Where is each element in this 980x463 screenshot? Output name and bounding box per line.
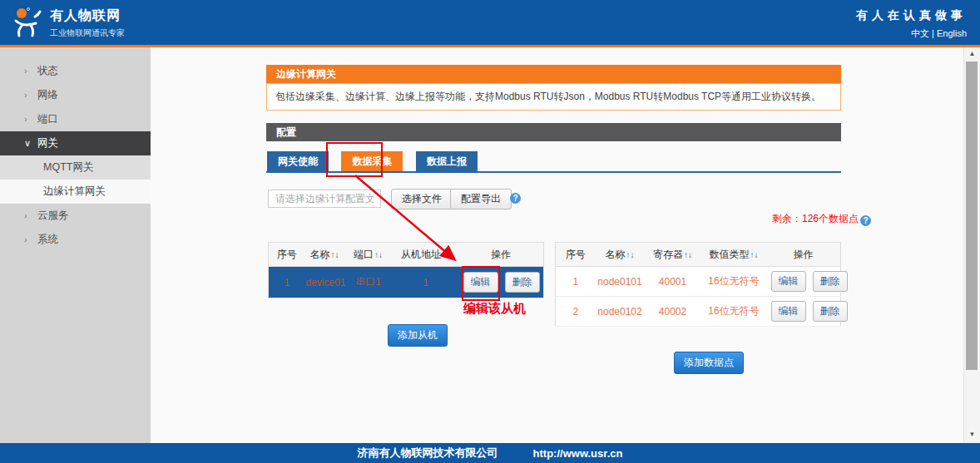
device-table-row[interactable]: 1 device01 串口1 1 编辑删除: [269, 267, 544, 298]
top-header: 有人物联网 工业物联网通讯专家 有人在认真做事 中文 | English: [0, 0, 980, 47]
chevron-right-icon: ›: [24, 107, 37, 131]
device-table-header-row: 序号 名称↑↓ 端口↑↓ 从机地址↑↓ 操作: [269, 243, 544, 267]
cell-actions: 编辑删除: [767, 297, 841, 327]
chevron-right-icon: ›: [24, 204, 37, 228]
chevron-right-icon: ›: [24, 83, 37, 107]
sidebar-nav: ›状态 ›网络 ›端口 ∨网关 MQTT网关 边缘计算网关 ›云服务 ›系统: [0, 47, 151, 443]
brand-logo-icon: [12, 7, 45, 38]
choose-file-button[interactable]: 选择文件: [391, 189, 453, 209]
brand-subtitle: 工业物联网通讯专家: [50, 27, 125, 39]
remaining-info-icon[interactable]: ?: [860, 215, 871, 226]
sort-icon: ↑↓: [374, 250, 383, 259]
sort-icon: ↑↓: [750, 250, 759, 259]
point-table-row[interactable]: 1 node0101 40001 16位无符号 编辑删除: [556, 267, 841, 297]
delete-point-button[interactable]: 删除: [813, 301, 848, 322]
col-register-header[interactable]: 寄存器↑↓: [645, 243, 701, 267]
add-slave-button[interactable]: 添加从机: [388, 324, 448, 347]
col-port-header[interactable]: 端口↑↓: [344, 243, 393, 267]
tab-gateway-enable[interactable]: 网关使能: [267, 151, 329, 171]
delete-point-button[interactable]: 删除: [813, 271, 848, 292]
col-name-header[interactable]: 名称↑↓: [596, 243, 645, 267]
section-title: 配置: [266, 123, 841, 141]
page-title: 边缘计算网关: [266, 65, 841, 83]
sidebar-item-gateway[interactable]: ∨网关: [0, 131, 151, 155]
sidebar-item-cloud[interactable]: ›云服务: [0, 204, 151, 228]
cell-seq: 1: [269, 267, 305, 298]
footer-company: 济南有人物联网技术有限公司: [358, 446, 498, 461]
col-seq-header: 序号: [556, 243, 596, 267]
col-actions-header: 操作: [459, 243, 544, 267]
tab-data-report[interactable]: 数据上报: [416, 151, 478, 171]
lang-divider: |: [932, 28, 934, 38]
sort-icon: ↑↓: [626, 250, 635, 259]
cell-port: 串口1: [344, 267, 393, 298]
cell-register: 40002: [645, 297, 701, 327]
edit-point-button[interactable]: 编辑: [771, 301, 806, 322]
brand-title: 有人物联网: [50, 7, 125, 25]
delete-device-button[interactable]: 删除: [505, 272, 540, 293]
cell-type: 16位无符号: [701, 267, 767, 297]
sort-icon: ↑↓: [684, 250, 692, 259]
device-table: 序号 名称↑↓ 端口↑↓ 从机地址↑↓ 操作 1 device01 串口1 1 …: [268, 242, 544, 298]
point-table-row[interactable]: 2 node0102 40002 16位无符号 编辑删除: [556, 297, 841, 327]
sidebar-item-edge-gateway[interactable]: 边缘计算网关: [0, 180, 151, 204]
sidebar-item-port[interactable]: ›端口: [0, 107, 151, 131]
cell-actions: 编辑删除: [767, 267, 841, 297]
sidebar-item-network[interactable]: ›网络: [0, 83, 151, 107]
cell-seq: 2: [556, 297, 596, 327]
tab-data-collection[interactable]: 数据采集: [341, 151, 403, 171]
col-actions-header: 操作: [767, 243, 841, 267]
point-table-header-row: 序号 名称↑↓ 寄存器↑↓ 数值类型↑↓ 操作: [556, 243, 841, 267]
sidebar-item-mqtt-gateway[interactable]: MQTT网关: [0, 155, 151, 180]
cell-name: device01: [305, 267, 344, 298]
col-name-header[interactable]: 名称↑↓: [305, 243, 344, 267]
scroll-down-icon[interactable]: ▼: [964, 428, 980, 441]
edit-point-button[interactable]: 编辑: [771, 271, 806, 292]
chevron-right-icon: ›: [24, 59, 37, 83]
header-slogan: 有人在认真做事: [856, 8, 967, 23]
cell-addr: 1: [393, 267, 459, 298]
footer: 济南有人物联网技术有限公司 http://www.usr.cn: [0, 443, 980, 463]
scroll-up-icon[interactable]: ▲: [964, 47, 980, 61]
sort-icon: ↑↓: [442, 250, 450, 259]
vertical-scrollbar[interactable]: ▲ ▼: [963, 47, 980, 443]
tab-bar: 网关使能 数据采集 数据上报: [267, 151, 487, 171]
add-data-point-button[interactable]: 添加数据点: [674, 352, 744, 374]
chevron-down-icon: ∨: [24, 131, 37, 155]
sort-icon: ↑↓: [331, 250, 339, 259]
scrollbar-thumb[interactable]: [966, 62, 978, 370]
edit-device-button[interactable]: 编辑: [463, 272, 498, 293]
lang-en-link[interactable]: English: [937, 28, 967, 38]
footer-url-link[interactable]: http://www.usr.cn: [533, 447, 623, 460]
config-file-input[interactable]: [268, 190, 381, 208]
cell-actions: 编辑删除: [459, 267, 544, 298]
export-config-button[interactable]: 配置导出: [450, 189, 512, 209]
cell-type: 16位无符号: [701, 297, 767, 327]
cell-name: node0102: [596, 297, 645, 327]
page: 有人物联网 工业物联网通讯专家 有人在认真做事 中文 | English ›状态…: [0, 0, 980, 463]
cell-seq: 1: [556, 267, 596, 297]
data-point-table: 序号 名称↑↓ 寄存器↑↓ 数值类型↑↓ 操作 1 node0101 40001…: [555, 242, 841, 327]
remaining-points-label: 剩余：126个数据点?: [582, 212, 871, 226]
export-info-icon[interactable]: ?: [510, 193, 521, 204]
chevron-right-icon: ›: [24, 228, 37, 252]
lang-zh-link[interactable]: 中文: [911, 28, 929, 38]
annotation-label: 编辑该从机: [463, 301, 526, 317]
cell-register: 40001: [645, 267, 701, 297]
page-description: 包括边缘采集、边缘计算、边缘上报等功能，支持Modbus RTU转Json，Mo…: [266, 83, 841, 111]
sidebar-item-system[interactable]: ›系统: [0, 228, 151, 252]
cell-name: node0101: [596, 267, 645, 297]
col-value-type-header[interactable]: 数值类型↑↓: [701, 243, 767, 267]
col-seq-header: 序号: [269, 243, 305, 267]
tab-underline: [266, 171, 841, 173]
language-switch: 中文 | English: [856, 27, 967, 40]
sidebar-item-status[interactable]: ›状态: [0, 59, 151, 83]
col-slave-addr-header[interactable]: 从机地址↑↓: [393, 243, 459, 267]
brand-block: 有人物联网 工业物联网通讯专家: [50, 7, 125, 39]
